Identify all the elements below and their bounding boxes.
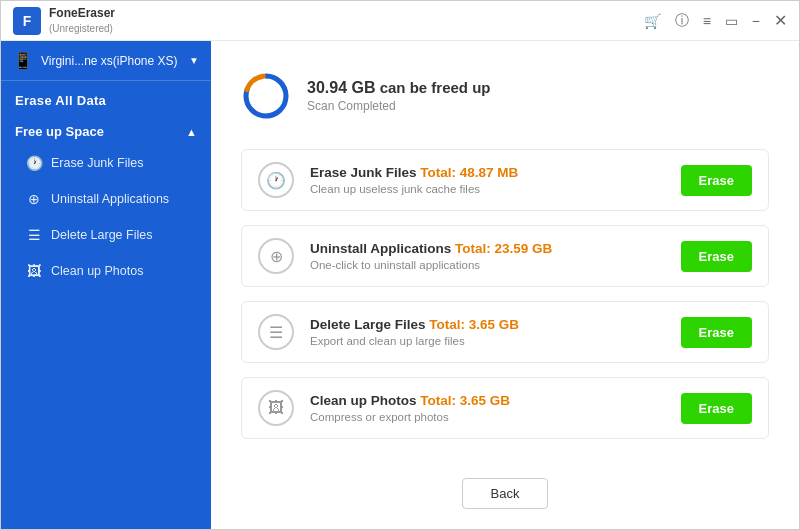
plus-circle-icon: ⊕ (25, 191, 43, 207)
feature-info-large-files: Delete Large Files Total: 3.65 GB Export… (310, 317, 665, 347)
feature-desc-junk: Clean up useless junk cache files (310, 183, 665, 195)
main-layout: 📱 Virgini...ne xs(iPhone XS) ▼ Erase All… (1, 41, 799, 529)
feature-title-uninstall: Uninstall Applications Total: 23.59 GB (310, 241, 665, 256)
photos-icon: 🖼 (258, 390, 294, 426)
list-icon: ☰ (25, 227, 43, 243)
app-window: F FoneEraser (Unregistered) 🛒 ⓘ ≡ ▭ − ✕ … (0, 0, 800, 530)
chevron-down-icon: ▼ (189, 55, 199, 66)
feature-title-photos: Clean up Photos Total: 3.65 GB (310, 393, 665, 408)
large-files-icon: ☰ (258, 314, 294, 350)
erase-apps-button[interactable]: Erase (681, 241, 752, 272)
sidebar-free-up-space[interactable]: Free up Space ▲ (1, 114, 211, 145)
feature-item-photos: 🖼 Clean up Photos Total: 3.65 GB Compres… (241, 377, 769, 439)
content-area: 30.94 GB can be freed up Scan Completed … (211, 41, 799, 529)
sidebar: 📱 Virgini...ne xs(iPhone XS) ▼ Erase All… (1, 41, 211, 529)
cart-icon[interactable]: 🛒 (644, 13, 661, 29)
erase-junk-button[interactable]: Erase (681, 165, 752, 196)
close-icon[interactable]: ✕ (774, 11, 787, 30)
feature-info-junk-files: Erase Junk Files Total: 48.87 MB Clean u… (310, 165, 665, 195)
back-button[interactable]: Back (462, 478, 549, 509)
feature-desc-large: Export and clean up large files (310, 335, 665, 347)
feature-title-junk: Erase Junk Files Total: 48.87 MB (310, 165, 665, 180)
title-bar: F FoneEraser (Unregistered) 🛒 ⓘ ≡ ▭ − ✕ (1, 1, 799, 41)
minimize-icon[interactable]: − (752, 13, 760, 29)
sidebar-item-uninstall-apps[interactable]: ⊕ Uninstall Applications (7, 182, 205, 216)
photo-icon: 🖼 (25, 263, 43, 279)
sidebar-erase-all[interactable]: Erase All Data (1, 81, 211, 114)
app-title: FoneEraser (Unregistered) (49, 6, 115, 35)
device-icon: 📱 (13, 51, 33, 70)
chevron-up-icon: ▲ (186, 126, 197, 138)
uninstall-icon: ⊕ (258, 238, 294, 274)
app-logo: F (13, 7, 41, 35)
feature-list: 🕐 Erase Junk Files Total: 48.87 MB Clean… (241, 149, 769, 458)
title-bar-left: F FoneEraser (Unregistered) (13, 6, 115, 35)
sidebar-item-erase-junk-files[interactable]: 🕐 Erase Junk Files (7, 146, 205, 180)
junk-files-icon: 🕐 (258, 162, 294, 198)
feature-item-junk-files: 🕐 Erase Junk Files Total: 48.87 MB Clean… (241, 149, 769, 211)
sidebar-item-delete-large-files[interactable]: ☰ Delete Large Files (7, 218, 205, 252)
clock-icon: 🕐 (25, 155, 43, 171)
menu-icon[interactable]: ≡ (703, 13, 711, 29)
scan-status: Scan Completed (307, 99, 491, 113)
freed-size-heading: 30.94 GB can be freed up (307, 79, 491, 97)
scan-text: 30.94 GB can be freed up Scan Completed (307, 79, 491, 113)
feature-info-photos: Clean up Photos Total: 3.65 GB Compress … (310, 393, 665, 423)
donut-chart (241, 71, 291, 121)
title-bar-controls: 🛒 ⓘ ≡ ▭ − ✕ (644, 11, 787, 30)
device-selector[interactable]: 📱 Virgini...ne xs(iPhone XS) ▼ (1, 41, 211, 81)
sidebar-item-cleanup-photos[interactable]: 🖼 Clean up Photos (7, 254, 205, 288)
feature-desc-uninstall: One-click to uninstall applications (310, 259, 665, 271)
monitor-icon[interactable]: ▭ (725, 13, 738, 29)
erase-photos-button[interactable]: Erase (681, 393, 752, 424)
feature-item-large-files: ☰ Delete Large Files Total: 3.65 GB Expo… (241, 301, 769, 363)
erase-large-files-button[interactable]: Erase (681, 317, 752, 348)
footer: Back (241, 462, 769, 509)
scan-result: 30.94 GB can be freed up Scan Completed (241, 71, 769, 121)
device-name: Virgini...ne xs(iPhone XS) (41, 54, 181, 68)
feature-title-large: Delete Large Files Total: 3.65 GB (310, 317, 665, 332)
feature-desc-photos: Compress or export photos (310, 411, 665, 423)
feature-item-uninstall: ⊕ Uninstall Applications Total: 23.59 GB… (241, 225, 769, 287)
info-icon[interactable]: ⓘ (675, 12, 689, 30)
feature-info-uninstall: Uninstall Applications Total: 23.59 GB O… (310, 241, 665, 271)
